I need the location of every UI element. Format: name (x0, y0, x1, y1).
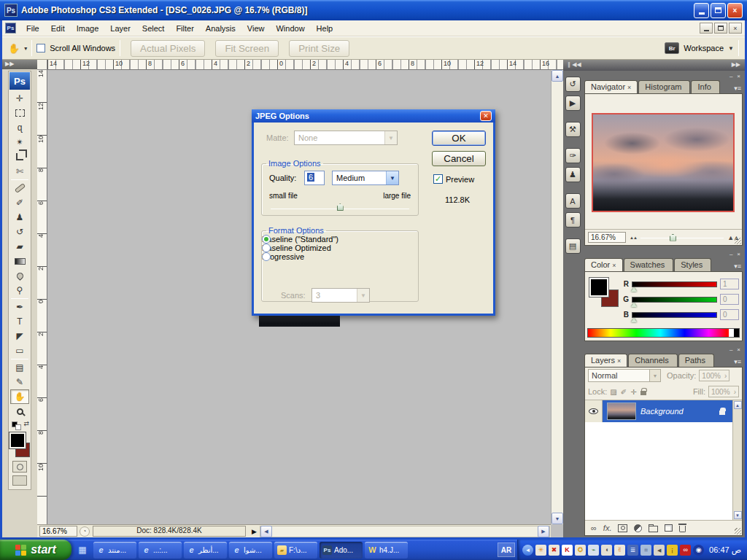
tool-button[interactable] (10, 181, 29, 195)
lock-all-icon[interactable] (640, 391, 646, 395)
swap-colors-icon[interactable]: ⇄ (23, 420, 29, 427)
opacity-spinner-icon[interactable]: › (724, 372, 727, 380)
channel-gradient-slider[interactable] (632, 297, 717, 303)
brushes-panel-icon[interactable]: ✑ (565, 148, 581, 163)
scroll-up-arrow-icon[interactable]: ▲ (551, 70, 563, 82)
panel-menu-icon[interactable]: ▾≡ (734, 85, 741, 92)
tray-wireless-icon[interactable]: ⌁ (588, 545, 599, 556)
panel-menu-icon[interactable]: ▾≡ (734, 262, 741, 270)
tray-stack-icon[interactable]: ≣ (627, 545, 638, 556)
doc-close-button[interactable]: × (729, 23, 742, 34)
tray-downloader-icon[interactable]: ∞ (680, 545, 691, 556)
radio-button[interactable] (262, 235, 271, 244)
tray-hands-icon[interactable]: ✌ (614, 545, 625, 556)
horizontal-scrollbar[interactable]: ◀ ▶ (260, 526, 550, 537)
tool-button[interactable]: ✋ (10, 389, 29, 404)
delete-layer-icon[interactable] (679, 526, 686, 532)
panel-minimize-icon[interactable]: ‒ (729, 73, 732, 79)
panel-close-icon[interactable]: × (737, 251, 740, 257)
channel-slider-thumb[interactable] (631, 318, 637, 322)
channel-slider-thumb[interactable] (631, 303, 637, 307)
tool-button[interactable]: ɋ (10, 120, 29, 135)
zoom-out-icon[interactable]: ▲▲ (630, 236, 637, 240)
foreground-color-swatch[interactable] (9, 432, 26, 448)
navigator-preview-image[interactable] (592, 113, 735, 212)
tool-button[interactable] (10, 106, 29, 120)
tray-scheduler-icon[interactable]: ✳ (535, 545, 546, 556)
paragraph-panel-icon[interactable]: ¶ (565, 212, 581, 228)
tray-mic-icon[interactable]: ¡ (667, 545, 678, 556)
background-layer-row[interactable]: Background (585, 400, 732, 422)
taskbar-task-button[interactable]: e شوا... (229, 542, 272, 559)
scroll-down-arrow-icon[interactable]: ▼ (734, 511, 742, 519)
doc-restore-button[interactable] (714, 23, 727, 34)
blend-mode-dropdown[interactable]: Normal ▼ (588, 369, 661, 382)
lock-pixels-icon[interactable]: ✐ (621, 388, 627, 396)
taskbar-task-button[interactable]: e منتد... (93, 542, 136, 559)
dialog-close-button[interactable]: ✕ (480, 111, 492, 121)
tab-close-icon[interactable]: × (612, 262, 616, 269)
tool-button[interactable]: ✴ (10, 135, 29, 149)
channel-slider-thumb[interactable] (631, 287, 637, 292)
taskbar-task-button[interactable]: ▰ F:\د... (274, 542, 317, 559)
actions-panel-icon[interactable]: ▶ (565, 96, 581, 111)
taskbar-task-button[interactable]: W h4.J... (365, 542, 408, 559)
navigator-panel-tab[interactable]: Info (691, 80, 719, 93)
options-bar-button[interactable]: Fit Screen (215, 40, 279, 57)
tray-kaspersky-icon[interactable]: K (562, 545, 573, 556)
layer-visibility-cell[interactable] (585, 400, 603, 422)
panel-minimize-icon[interactable]: ‒ (729, 346, 732, 353)
layer-style-fx-icon[interactable]: fx. (603, 524, 612, 532)
tray-network-icon[interactable]: ⌗ (640, 545, 651, 556)
tool-button[interactable]: ▰ (10, 239, 29, 254)
tab-close-icon[interactable]: × (627, 84, 631, 91)
menu-item[interactable]: Filter (170, 22, 199, 35)
new-group-icon[interactable] (649, 526, 658, 532)
menu-item[interactable]: Help (311, 22, 339, 35)
layer-comps-panel-icon[interactable]: ▤ (565, 238, 581, 254)
layers-panel-tab[interactable]: Paths (678, 354, 714, 367)
panel-resize-grip[interactable] (735, 528, 741, 534)
panel-close-icon[interactable]: × (737, 73, 740, 79)
channel-gradient-slider[interactable] (632, 312, 717, 318)
quality-input[interactable]: 6 (304, 171, 325, 185)
color-panel-tab[interactable]: Styles (674, 258, 711, 271)
color-spectrum-ramp[interactable] (587, 328, 740, 338)
cancel-button[interactable]: Cancel (432, 151, 486, 166)
quick-launch-icon[interactable]: ▦ (76, 543, 89, 556)
tool-button[interactable] (10, 149, 29, 164)
minimize-button[interactable] (694, 3, 709, 18)
panel-menu-icon[interactable]: ▾≡ (734, 358, 741, 365)
scroll-up-arrow-icon[interactable]: ▲ (734, 401, 742, 409)
layers-panel-tab[interactable]: Layers× (584, 354, 627, 367)
tool-presets-panel-icon[interactable]: ⚒ (565, 122, 581, 137)
layer-name[interactable]: Background (640, 407, 719, 416)
language-indicator[interactable]: AR (498, 542, 515, 557)
navigator-panel-tab[interactable]: Histogram (638, 80, 690, 93)
tray-award-icon[interactable]: ✪ (575, 545, 586, 556)
tool-button[interactable]: ✐ (10, 195, 29, 210)
scroll-down-arrow-icon[interactable]: ▼ (551, 513, 563, 524)
close-button[interactable]: × (727, 3, 743, 18)
status-menu-arrow-icon[interactable]: ▶ (249, 528, 260, 535)
tool-dock-collapse-arrows-icon[interactable]: ▶▶ (2, 60, 37, 69)
layers-panel-tab[interactable]: Channels (628, 354, 677, 367)
navigator-zoom-field[interactable]: 16.67% (588, 232, 626, 243)
dock-collapse-left-icon[interactable]: ∥ ◀◀ (568, 61, 581, 69)
tool-button[interactable]: ✎ (10, 375, 29, 389)
menu-item[interactable]: Select (136, 22, 171, 35)
channel-value-field[interactable]: 1 (720, 279, 739, 289)
channel-gradient-slider[interactable] (632, 281, 717, 287)
channel-value-field[interactable]: 0 (720, 294, 739, 305)
tool-button[interactable]: ✛ (10, 91, 29, 106)
vertical-scrollbar[interactable]: ▲ ▼ (551, 70, 563, 524)
lock-position-icon[interactable]: ✛ (630, 388, 636, 396)
channel-value-field[interactable]: 0 (720, 309, 739, 320)
menu-item[interactable]: View (241, 22, 271, 35)
tool-button[interactable]: ◤ (10, 329, 29, 343)
tool-preset-caret-icon[interactable]: ▾ (24, 45, 27, 52)
history-panel-icon[interactable]: ↺ (565, 77, 581, 92)
workspace-label[interactable]: Workspace (684, 44, 724, 52)
new-layer-icon[interactable] (665, 524, 673, 532)
panel-close-icon[interactable]: × (737, 346, 740, 353)
